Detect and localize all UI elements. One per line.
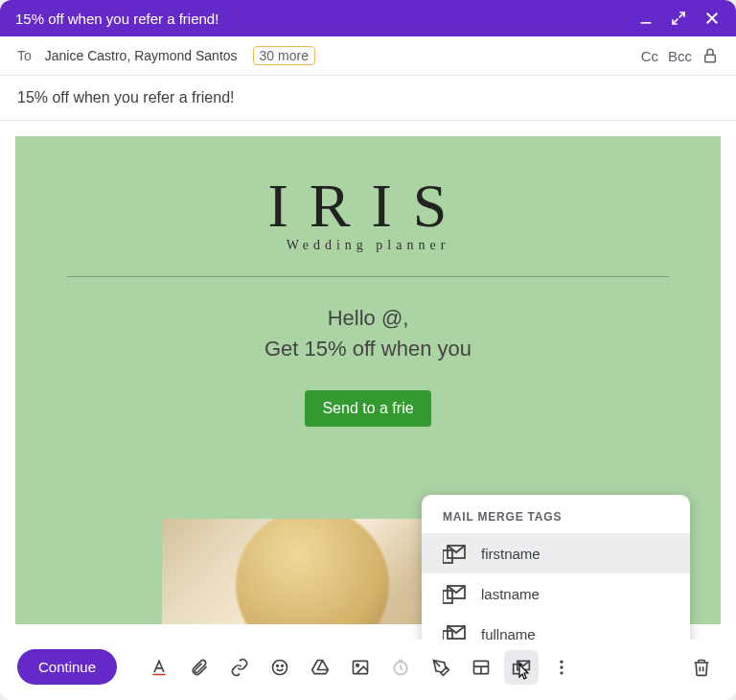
close-icon[interactable]	[703, 10, 721, 27]
svg-rect-1	[705, 55, 716, 62]
image-icon[interactable]	[343, 650, 378, 685]
greeting-text: Hello @,	[58, 306, 678, 331]
minimize-icon[interactable]	[638, 11, 654, 26]
emoji-icon[interactable]	[263, 650, 297, 685]
window-controls	[638, 10, 721, 27]
signature-icon[interactable]	[424, 650, 458, 685]
merge-tag-label: firstname	[481, 546, 540, 562]
cta-button[interactable]: Send to a frie	[305, 390, 430, 427]
trash-icon[interactable]	[684, 650, 719, 685]
email-body-area[interactable]: IRIS Wedding planner Hello @, Get 15% of…	[0, 121, 736, 640]
merge-tag-label: lastname	[481, 586, 540, 602]
cc-button[interactable]: Cc	[641, 48, 658, 64]
to-label: To	[17, 48, 32, 63]
bcc-button[interactable]: Bcc	[668, 48, 692, 64]
compose-window: 15% off when you refer a friend! To Jani…	[0, 0, 736, 700]
lock-icon[interactable]	[702, 47, 719, 64]
recipients-row[interactable]: To Janice Castro, Raymond Santos 30 more…	[0, 36, 736, 76]
merge-tag-icon	[443, 625, 464, 640]
link-icon[interactable]	[222, 650, 257, 685]
subject-text: 15% off when you refer a friend!	[17, 89, 235, 105]
svg-point-14	[356, 664, 359, 666]
subject-field[interactable]: 15% off when you refer a friend!	[0, 76, 736, 121]
divider	[67, 276, 669, 277]
merge-tag-label: fullname	[481, 626, 536, 641]
svg-rect-16	[399, 659, 402, 662]
mail-merge-popup: MAIL MERGE TAGS firstname lastname fulln…	[422, 495, 690, 640]
promo-text: Get 15% off when you	[58, 337, 678, 362]
svg-rect-0	[641, 22, 652, 24]
merge-tag-icon	[443, 585, 464, 602]
mail-merge-icon[interactable]	[504, 650, 539, 685]
popup-title: MAIL MERGE TAGS	[422, 506, 690, 533]
more-options-icon[interactable]	[544, 650, 579, 685]
svg-point-22	[560, 671, 563, 674]
confidential-icon[interactable]	[383, 650, 418, 685]
header-title: 15% off when you refer a friend!	[15, 11, 218, 27]
layout-icon[interactable]	[464, 650, 498, 685]
drive-icon[interactable]	[303, 650, 337, 685]
svg-point-10	[273, 660, 288, 674]
more-recipients-chip[interactable]: 30 more	[253, 46, 315, 65]
recipient-list[interactable]: Janice Castro, Raymond Santos	[45, 48, 238, 63]
merge-tag-lastname[interactable]: lastname	[422, 573, 690, 614]
expand-icon[interactable]	[671, 11, 686, 26]
svg-point-21	[560, 665, 563, 668]
attachment-icon[interactable]	[182, 650, 217, 685]
text-format-icon[interactable]	[142, 650, 176, 685]
svg-point-12	[282, 665, 284, 666]
merge-tag-firstname[interactable]: firstname	[422, 533, 690, 573]
brand-tagline: Wedding planner	[58, 238, 678, 253]
svg-point-20	[560, 660, 563, 663]
compose-toolbar: Continue	[0, 640, 736, 700]
merge-tag-fullname[interactable]: fullname	[422, 614, 690, 640]
brand-logo: IRIS	[58, 171, 678, 242]
compose-header: 15% off when you refer a friend!	[0, 0, 736, 36]
merge-tag-icon	[443, 545, 464, 562]
continue-button[interactable]: Continue	[17, 649, 117, 685]
svg-point-11	[277, 665, 279, 666]
cc-bcc-controls: Cc Bcc	[641, 47, 719, 64]
